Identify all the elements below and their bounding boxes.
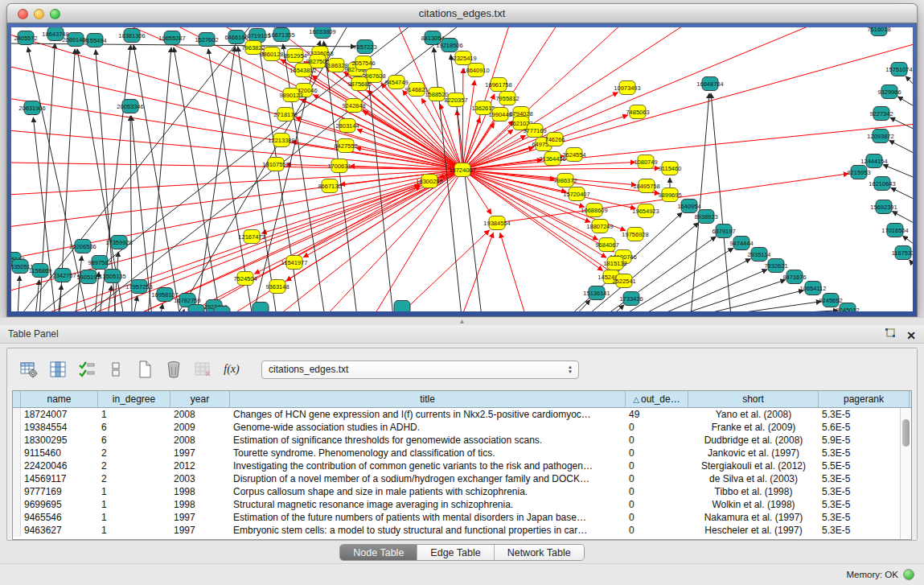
- column-header-out_degree[interactable]: △out_de…: [626, 391, 688, 407]
- cell-short[interactable]: Hescheler et al. (1997): [688, 524, 819, 537]
- cell-year[interactable]: 1997: [170, 524, 230, 537]
- graph-node-teal[interactable]: 13505135: [99, 270, 125, 283]
- cell-out_degree[interactable]: 49: [626, 408, 688, 421]
- cell-pagerank[interactable]: 5.3E-5: [819, 472, 910, 485]
- cell-short[interactable]: Yano et al. (2008): [688, 408, 819, 421]
- graph-node-yellow[interactable]: 12325419: [450, 51, 476, 65]
- graph-node-teal[interactable]: 16671355: [268, 28, 294, 42]
- panel-splitter[interactable]: ▲: [0, 317, 924, 325]
- table-settings-icon[interactable]: [18, 359, 39, 380]
- cell-short[interactable]: Tibbo et al. (1998): [688, 485, 819, 498]
- graph-node-teal[interactable]: [188, 305, 204, 312]
- graph-node-yellow[interactable]: 8667130: [318, 179, 341, 193]
- graph-node-teal[interactable]: 6379197: [712, 225, 735, 238]
- graph-node-teal[interactable]: 1527602: [195, 33, 218, 47]
- graph-node-yellow[interactable]: 19654923: [632, 204, 659, 218]
- cell-name[interactable]: 9699695: [21, 498, 98, 511]
- graph-node-teal[interactable]: 8938923: [694, 210, 717, 224]
- cell-year[interactable]: 1997: [170, 511, 230, 524]
- float-panel-icon[interactable]: [885, 328, 897, 343]
- graph-node-yellow[interactable]: 10688609: [581, 204, 607, 217]
- cell-out_degree[interactable]: 0: [626, 421, 688, 434]
- graph-node-teal[interactable]: 9329966: [877, 85, 901, 99]
- graph-node-teal[interactable]: 1640954: [677, 200, 700, 213]
- memory-ok-indicator[interactable]: [903, 569, 914, 580]
- cell-name[interactable]: 9777169: [21, 485, 98, 498]
- cell-short[interactable]: Jankovic et al. (1997): [688, 447, 819, 459]
- cell-year[interactable]: 2003: [170, 472, 230, 485]
- cell-pagerank[interactable]: 5.6E-5: [819, 421, 910, 434]
- cell-out_degree[interactable]: 0: [626, 485, 688, 498]
- cell-name[interactable]: 9463627: [21, 524, 98, 537]
- graph-node-yellow[interactable]: 12213389: [268, 134, 294, 147]
- graph-node-yellow[interactable]: 1700631: [327, 159, 351, 173]
- table-row[interactable]: 1938455462009Genome-wide association stu…: [13, 421, 911, 434]
- table-row[interactable]: 911546021997Tourette syndrome. Phenomeno…: [13, 447, 911, 459]
- cell-title[interactable]: Tourette syndrome. Phenomenology and cla…: [230, 447, 626, 459]
- cell-title[interactable]: Estimation of significance thresholds fo…: [230, 434, 626, 447]
- graph-node-yellow[interactable]: 1080749: [634, 155, 657, 169]
- graph-node-yellow[interactable]: 19756928: [622, 228, 648, 241]
- graph-node-teal[interactable]: 1733426: [619, 292, 643, 306]
- scrollbar-thumb[interactable]: [902, 419, 910, 447]
- graph-node-teal[interactable]: 16648784: [696, 77, 723, 91]
- graph-node-teal[interactable]: 1167533: [892, 246, 913, 260]
- cell-in_degree[interactable]: 1: [98, 408, 170, 421]
- cell-name[interactable]: 9465546: [21, 511, 98, 524]
- cell-title[interactable]: Estimation of the future numbers of pati…: [230, 511, 626, 524]
- cell-out_degree[interactable]: 0: [626, 472, 688, 485]
- graph-node-teal[interactable]: 8471676: [782, 270, 806, 284]
- table-row[interactable]: 977716911998Corpus callosum shape and si…: [13, 485, 911, 498]
- cell-out_degree[interactable]: 0: [626, 524, 688, 537]
- cell-pagerank[interactable]: 5.5E-5: [819, 459, 910, 472]
- tab-edge-table[interactable]: Edge Table: [417, 545, 494, 560]
- select-columns-icon[interactable]: [47, 359, 68, 380]
- row-toggle-icon[interactable]: [105, 359, 126, 380]
- cell-name[interactable]: 18300295: [21, 434, 98, 447]
- cell-rowhdr[interactable]: [13, 421, 21, 434]
- graph-node-yellow[interactable]: 9115460: [659, 162, 682, 175]
- cell-rowhdr[interactable]: [13, 498, 21, 511]
- cell-rowhdr[interactable]: [13, 459, 21, 472]
- cell-title[interactable]: Disruption of a novel member of a sodium…: [230, 472, 626, 485]
- cell-rowhdr[interactable]: [13, 447, 21, 459]
- cell-pagerank[interactable]: 5.3E-5: [819, 485, 910, 498]
- column-header-in_degree[interactable]: in_degree: [98, 391, 170, 407]
- graph-node-teal[interactable]: 8215953: [847, 166, 870, 179]
- cell-title[interactable]: Embryonic stem cells: a model to study s…: [230, 524, 626, 537]
- cell-rowhdr[interactable]: [13, 408, 21, 421]
- cell-pagerank[interactable]: 5.9E-5: [819, 434, 910, 447]
- graph-node-teal[interactable]: [253, 303, 269, 312]
- tab-node-table[interactable]: Node Table: [340, 545, 417, 560]
- column-header-rowhdr[interactable]: [13, 391, 21, 407]
- column-checklist-icon[interactable]: [76, 359, 97, 380]
- cell-rowhdr[interactable]: [13, 434, 21, 447]
- cell-short[interactable]: Wolkin et al. (1998): [688, 498, 819, 511]
- cell-in_degree[interactable]: 1: [98, 485, 170, 498]
- cell-short[interactable]: Stergiakouli et al. (2012): [688, 459, 819, 472]
- cell-pagerank[interactable]: 5.3E-5: [819, 447, 910, 459]
- cell-short[interactable]: Dudbridge et al. (2008): [688, 434, 819, 447]
- graph-node-teal[interactable]: 12342757: [49, 269, 76, 282]
- cell-title[interactable]: Investigating the contribution of common…: [230, 459, 626, 472]
- cell-pagerank[interactable]: 5.3E-5: [819, 511, 910, 524]
- cell-year[interactable]: 1997: [170, 447, 230, 459]
- table-row[interactable]: 2242004622012Investigating the contribut…: [13, 459, 911, 472]
- cell-year[interactable]: 2008: [170, 434, 230, 447]
- delete-trash-icon[interactable]: [163, 359, 184, 380]
- cell-out_degree[interactable]: 0: [626, 459, 688, 472]
- cell-title[interactable]: Structural magnetic resonance image aver…: [230, 498, 626, 511]
- graph-node-yellow[interactable]: 746266: [544, 133, 565, 146]
- cell-out_degree[interactable]: 0: [626, 511, 688, 524]
- cell-in_degree[interactable]: 2: [98, 447, 170, 459]
- table-row[interactable]: 1872400712008Changes of HCN gene express…: [13, 408, 911, 421]
- table-row[interactable]: 1830029562008Estimation of significance …: [13, 434, 911, 447]
- cell-pagerank[interactable]: 5.3E-5: [819, 498, 910, 511]
- graph-node-teal[interactable]: [214, 307, 230, 312]
- graph-node-teal[interactable]: 9245652: [819, 294, 842, 307]
- tab-network-table[interactable]: Network Table: [495, 545, 584, 560]
- vertical-scrollbar[interactable]: [900, 408, 911, 539]
- cell-rowhdr[interactable]: [13, 485, 21, 498]
- function-builder-icon[interactable]: f(x): [221, 359, 242, 380]
- cell-rowhdr[interactable]: [13, 472, 21, 485]
